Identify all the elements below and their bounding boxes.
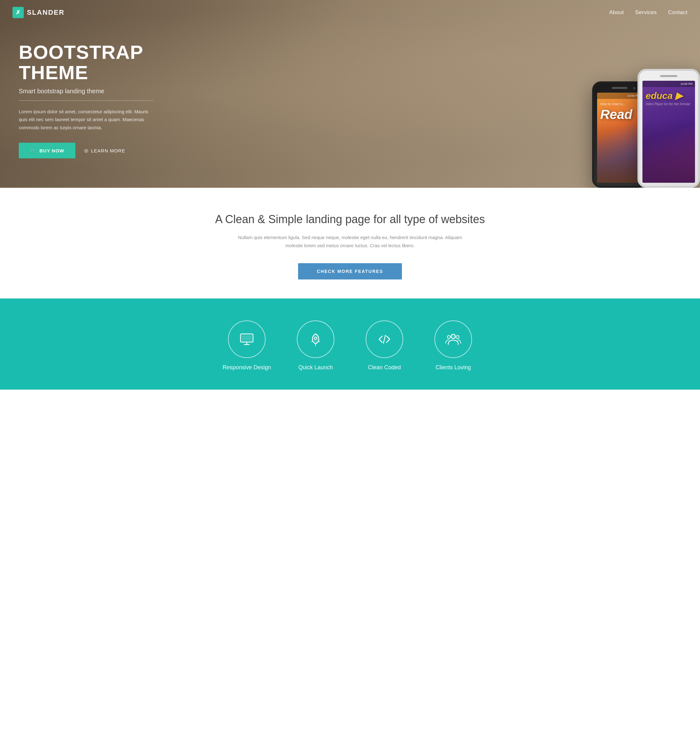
features-title: A Clean & Simple landing page for all ty… [12,213,688,226]
brand[interactable]: ✗ SLANDER [12,7,64,18]
buy-label: BUY NOW [39,148,64,153]
quick-launch-icon-circle [297,320,334,358]
circle-icon: ◎ [84,148,88,153]
nav-link-about[interactable]: About [609,9,624,16]
services-grid: Responsive Design Quick Launch [12,320,688,371]
nav-item-about[interactable]: About [609,9,624,16]
nav-links: About Services Contact [609,9,688,16]
svg-point-5 [456,336,459,339]
service-item-responsive: Responsive Design [222,320,272,371]
clients-loving-label: Clients Loving [435,364,471,371]
hero-description: Lorem ipsum dolor sit amet, consectetur … [19,108,150,132]
brand-icon: ✗ [12,7,24,18]
svg-point-4 [447,336,450,339]
learn-more-button[interactable]: ◎ LEARN MORE [84,148,125,153]
hero-content: BOOTSTRAP THEME Smart bootstrap landing … [0,42,169,158]
hero-phones: 14:06 PM How to read ru... Read 14:06 PM… [592,69,700,188]
service-item-code: Clean Coded [359,320,410,371]
quick-launch-label: Quick Launch [298,364,333,371]
monitor-icon [239,331,255,347]
features-description: Nullam quis elementum ligula. Sed neque … [237,233,463,249]
hero-subtitle: Smart bootstrap landing theme [19,88,150,95]
people-icon [445,331,461,347]
hero-title: BOOTSTRAP THEME [19,42,150,82]
phone-speaker-black [612,87,627,89]
phone-screen-white: 14:06 PM educa ▶ Video Player for the Ne… [643,81,695,183]
nav-link-contact[interactable]: Contact [668,9,688,16]
cart-icon: 🛒 [30,148,36,153]
phone-screen-black: 14:06 PM How to read ru... Read [597,93,642,183]
phone-speaker-white [660,75,677,77]
clean-coded-icon-circle [366,320,403,358]
rocket-icon [308,331,323,347]
time-white: 14:06 PM [680,82,692,85]
svg-point-3 [451,334,455,339]
clients-loving-icon-circle [435,320,472,358]
hero-section: BOOTSTRAP THEME Smart bootstrap landing … [0,0,700,188]
brand-name: SLANDER [27,8,64,17]
buy-now-button[interactable]: 🛒 BUY NOW [19,143,75,158]
service-item-clients: Clients Loving [428,320,478,371]
nav-item-services[interactable]: Services [635,9,657,16]
status-bar-white: 14:06 PM [643,81,695,87]
features-section: A Clean & Simple landing page for all ty… [0,188,700,298]
svg-rect-1 [242,335,252,341]
nav-item-contact[interactable]: Contact [668,9,688,16]
learn-label: LEARN MORE [91,148,125,153]
check-features-button[interactable]: CHECK MORE FEATURES [298,263,402,280]
phone-content-white: educa ▶ Video Player for the Net Scholar [643,87,695,109]
phone-camera-black [633,87,636,90]
code-icon [377,331,392,347]
hero-buttons: 🛒 BUY NOW ◎ LEARN MORE [19,143,150,158]
service-item-launch: Quick Launch [290,320,341,371]
responsive-design-icon-circle [228,320,265,358]
status-bar-black: 14:06 PM [597,93,642,99]
nav-link-services[interactable]: Services [635,9,657,16]
navbar: ✗ SLANDER About Services Contact [0,0,700,25]
responsive-design-label: Responsive Design [222,364,271,371]
services-section: Responsive Design Quick Launch [0,298,700,390]
clean-coded-label: Clean Coded [368,364,400,371]
phone-white: 14:06 PM educa ▶ Video Player for the Ne… [638,69,700,188]
